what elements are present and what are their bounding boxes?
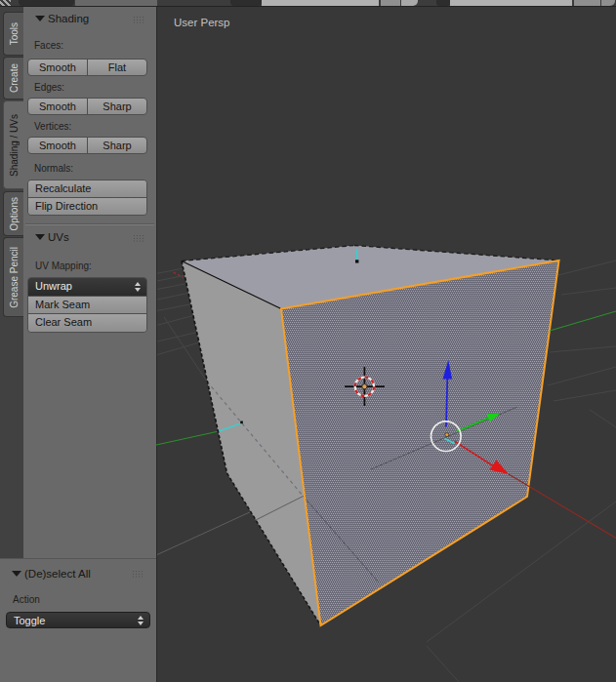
svg-text:User Persp: User Persp (174, 17, 230, 28)
